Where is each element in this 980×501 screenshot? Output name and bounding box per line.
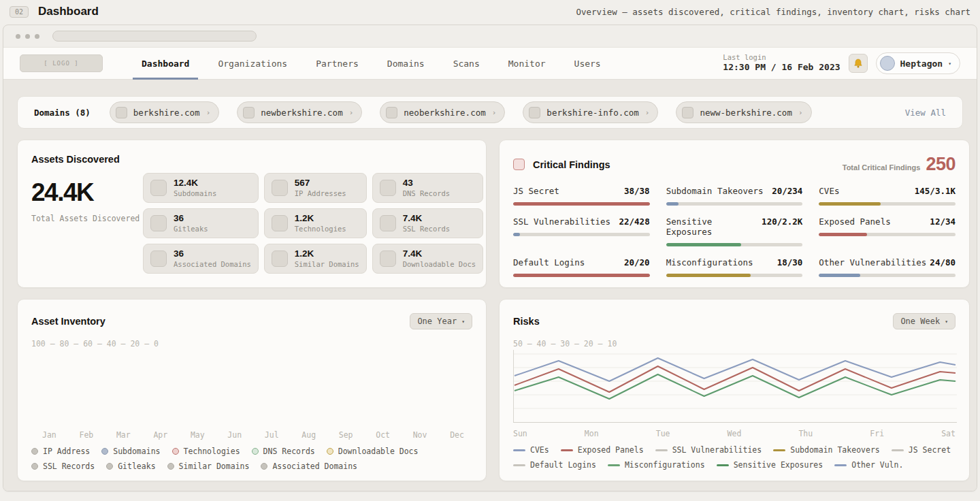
page-content: Domains (8) berkshire.com › newberkshire…	[3, 80, 977, 491]
finding-bar	[819, 274, 956, 277]
tile-dns-records[interactable]: 43DNS Records	[372, 173, 483, 203]
legend-label: Default Logins	[530, 460, 596, 470]
finding-bar-fill	[513, 202, 650, 206]
domain-chip-neoberkshire[interactable]: neoberkshire.com ›	[380, 101, 505, 123]
legend-dot-icon	[106, 463, 113, 470]
asset-icon-placeholder	[380, 251, 396, 267]
asset-icon-placeholder	[150, 251, 167, 267]
tab-scans[interactable]: Scans	[439, 48, 494, 79]
tile-value: 1.2K	[295, 249, 359, 259]
legend-item: SSL Records	[31, 462, 95, 471]
legend-dot-icon	[261, 463, 267, 470]
domain-chip-label: berkshire-info.com	[546, 108, 638, 118]
domain-favicon-placeholder	[682, 107, 693, 118]
inventory-period-select[interactable]: One Year ▾	[410, 313, 472, 329]
legend-line-icon	[561, 449, 573, 451]
critical-total-label: Total Critical Findings	[843, 163, 921, 172]
legend-dot-icon	[172, 448, 179, 455]
finding-bar	[819, 202, 956, 206]
risks-period-select[interactable]: One Week ▾	[893, 313, 956, 329]
tab-monitor[interactable]: Monitor	[494, 48, 560, 79]
legend-line-icon	[608, 464, 620, 466]
month-label: Jul	[265, 430, 279, 440]
tab-organizations[interactable]: Organizations	[203, 48, 301, 79]
finding-name: Subdomain Takeovers	[666, 186, 764, 196]
finding-js-secret: JS Secret38/38	[513, 186, 650, 206]
finding-name: CVEs	[819, 186, 839, 196]
address-bar[interactable]	[52, 31, 257, 42]
legend-item: Technologies	[172, 447, 240, 456]
legend-item: Exposed Panels	[561, 445, 644, 455]
tile-associated-domains[interactable]: 36Associated Domains	[143, 244, 259, 274]
legend-item: Default Logins	[513, 460, 596, 470]
tile-gitleaks[interactable]: 36Gitleaks	[143, 208, 259, 238]
finding-value: 12/34	[930, 216, 956, 227]
tile-subdomains[interactable]: 12.4KSubdomains	[143, 173, 259, 203]
domain-chip-berkshire[interactable]: berkshire.com ›	[110, 101, 219, 123]
logo-placeholder: [ LOGO ]	[20, 54, 103, 72]
domain-chip-berkshire-info[interactable]: berkshire-info.com ›	[523, 101, 658, 123]
legend-item: Other Vuln.	[834, 460, 903, 470]
top-page-bar: 02 Dashboard Overview — assets discovere…	[0, 0, 980, 23]
month-label: Sep	[339, 430, 353, 440]
tab-domains[interactable]: Domains	[373, 48, 439, 79]
legend-label: Subdomains	[113, 447, 160, 456]
finding-bar-fill	[513, 233, 520, 236]
tab-users[interactable]: Users	[560, 48, 615, 79]
user-menu[interactable]: Heptagon ▾	[876, 52, 960, 74]
domain-chip-neww-berkshire[interactable]: neww-berkshire.com ›	[676, 101, 811, 123]
last-login-label: Last login	[723, 53, 840, 63]
tile-downloadable-docs[interactable]: 7.4KDownloadable Docs	[372, 244, 483, 274]
view-all-link[interactable]: View All	[905, 108, 946, 118]
month-label: Aug	[301, 430, 316, 440]
assets-discovered-card: Assets Discovered 24.4K Total Assets Dis…	[17, 140, 487, 288]
tile-value: 36	[174, 249, 251, 259]
finding-value: 20/234	[772, 186, 802, 196]
domain-chip-label: newberkshire.com	[261, 108, 342, 118]
domain-favicon-placeholder	[243, 107, 255, 118]
notifications-button[interactable]	[849, 54, 868, 73]
tile-ip-addresses[interactable]: 567IP Addresses	[264, 173, 367, 203]
critical-total-value: 250	[926, 154, 956, 175]
asset-icon-placeholder	[272, 215, 288, 231]
asset-inventory-card: Asset Inventory One Year ▾ 100 — 80 — 60…	[17, 299, 487, 481]
legend-item: Downloadable Docs	[327, 447, 419, 456]
legend-item: Similar Domains	[167, 462, 250, 471]
legend-label: Other Vuln.	[851, 460, 903, 470]
asset-icon-placeholder	[150, 215, 167, 231]
domain-chip-label: neww-berkshire.com	[700, 108, 791, 118]
assets-total-label: Total Assets Discovered	[31, 214, 133, 223]
tab-dashboard[interactable]: Dashboard	[127, 48, 203, 79]
critical-findings-card: Critical Findings Total Critical Finding…	[499, 140, 970, 288]
window-dot-icon	[16, 34, 20, 39]
tile-technologies[interactable]: 1.2KTechnologies	[264, 208, 367, 238]
legend-line-icon	[773, 449, 785, 451]
finding-bar-fill	[819, 233, 866, 236]
inventory-legend: IP Address Subdomains Technologies DNS R…	[31, 447, 472, 471]
risks-x-axis: Sun Mon Tue Wed Thu Fri Sat	[513, 429, 956, 438]
assets-body: 24.4K Total Assets Discovered 12.4KSubdo…	[31, 173, 472, 274]
legend-dot-icon	[101, 448, 108, 455]
day-label: Thu	[798, 429, 813, 438]
finding-other-vulnerabilities: Other Vulnerabilities24/80	[819, 257, 956, 277]
legend-label: SSL Records	[43, 462, 95, 471]
tab-partners[interactable]: Partners	[301, 48, 373, 79]
finding-name: Misconfigurations	[666, 257, 753, 268]
finding-bar-fill	[819, 202, 880, 206]
tile-label: Associated Domains	[174, 260, 251, 268]
tile-label: IP Addresses	[295, 189, 346, 197]
domain-chip-label: berkshire.com	[133, 108, 200, 118]
month-label: Nov	[413, 430, 427, 440]
inventory-y-axis: 100 — 80 — 60 — 40 — 20 — 0	[31, 339, 472, 349]
finding-name: SSL Vulnerabilities	[513, 216, 610, 227]
legend-line-icon	[655, 449, 668, 451]
asset-icon-placeholder	[272, 251, 288, 267]
domain-chip-newberkshire[interactable]: newberkshire.com ›	[237, 101, 362, 123]
tile-ssl-records[interactable]: 7.4KSSL Records	[372, 208, 483, 238]
tile-similar-domains[interactable]: 1.2KSimilar Domains	[264, 244, 367, 274]
asset-inventory-header: Asset Inventory One Year ▾	[31, 313, 472, 329]
last-login-value: 12:30 PM / 16 Feb 2023	[723, 62, 840, 74]
tile-label: Downloadable Docs	[403, 260, 476, 268]
domains-bar: Domains (8) berkshire.com › newberkshire…	[17, 96, 963, 129]
window-dot-icon	[25, 34, 30, 39]
